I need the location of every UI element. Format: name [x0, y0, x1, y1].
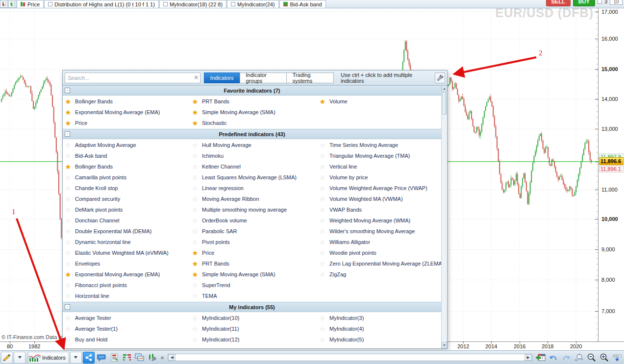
pips-checkbox[interactable]	[598, 0, 602, 4]
indicator-item[interactable]: ★Simple Moving Average (SMA)	[190, 107, 317, 118]
star-outline-icon[interactable]: ☆	[65, 218, 72, 224]
collapse-icon[interactable]: -	[65, 131, 70, 137]
indicator-item[interactable]: ☆Bid-Ask band	[63, 150, 190, 161]
indicator-item[interactable]: ☆Envelopes	[63, 258, 190, 269]
indicators-button[interactable]: Indicators	[28, 352, 69, 364]
star-outline-icon[interactable]: ☆	[320, 271, 326, 278]
indicator-item[interactable]: ☆MyIndicator(10)	[190, 313, 317, 323]
star-outline-icon[interactable]: ☆	[192, 282, 199, 289]
chart-tab-3[interactable]: MyIndicator(24)	[227, 0, 278, 8]
indicator-item[interactable]: ☆Moving Average Ribbon	[190, 194, 317, 204]
star-outline-icon[interactable]: ☆	[320, 261, 326, 267]
indicator-item[interactable]: ☆Keltner Channel	[190, 161, 317, 172]
indicator-item[interactable]: ☆Triangular Moving Average (TMA)	[317, 150, 441, 161]
indicator-item[interactable]: ☆VWAP Bands	[317, 204, 441, 215]
star-outline-icon[interactable]: ☆	[192, 174, 199, 181]
star-outline-icon[interactable]: ☆	[192, 207, 199, 213]
indicator-item[interactable]: ☆DeMark pivot points	[63, 204, 190, 215]
favorite-star-icon[interactable]: ★	[320, 98, 326, 105]
indicator-item[interactable]: ☆Parabolic SAR	[190, 226, 317, 237]
indicator-item[interactable]: ★PRT Bands	[190, 258, 317, 269]
favorite-star-icon[interactable]: ★	[192, 250, 199, 256]
star-outline-icon[interactable]: ☆	[320, 218, 326, 224]
chart-tab-0[interactable]: Price	[17, 0, 44, 8]
favorite-star-icon[interactable]: ★	[65, 164, 72, 170]
tab-checkbox[interactable]	[163, 2, 168, 6]
indicator-item[interactable]: ☆Weighted Moving Average (WMA)	[317, 215, 441, 226]
indicator-item[interactable]: ☆SuperTrend	[190, 280, 317, 291]
star-outline-icon[interactable]: ☆	[65, 293, 72, 299]
star-outline-icon[interactable]: ☆	[192, 228, 199, 235]
indicator-item[interactable]: ☆Wilder's smoothing Moving Average	[317, 226, 441, 237]
dialog-tab-trading-systems[interactable]: Trading systems	[286, 73, 334, 83]
indicator-item[interactable]: ☆Zero Lag Exponential Moving Average (ZL…	[317, 258, 441, 269]
indicator-item[interactable]: ★Volume	[317, 96, 441, 107]
pips-value-input[interactable]	[610, 0, 623, 5]
chart-h-scrollbar[interactable]: ◀ ▶	[168, 354, 532, 361]
indicator-item[interactable]: ☆Least Squares Moving Average (LSMA)	[190, 172, 317, 183]
chat-icon[interactable]	[96, 352, 107, 364]
star-outline-icon[interactable]: ☆	[192, 326, 199, 332]
star-outline-icon[interactable]: ☆	[65, 153, 72, 159]
indicator-item[interactable]: ☆Camarilla pivot points	[63, 172, 190, 183]
indicator-item[interactable]: ☆Chande Kroll stop	[63, 183, 190, 194]
collapse-icon[interactable]: -	[65, 304, 70, 310]
indicator-item[interactable]: ☆MyIndicator(12)	[190, 334, 317, 345]
indicator-item[interactable]: ☆Horizontal line	[63, 291, 190, 301]
star-outline-icon[interactable]: ☆	[320, 337, 326, 343]
indicator-item[interactable]: ☆OrderBook volume	[190, 215, 317, 226]
favorite-star-icon[interactable]: ★	[192, 271, 199, 278]
toolbar-more-icon[interactable]	[611, 352, 623, 364]
favorite-star-icon[interactable]: ★	[192, 98, 199, 105]
indicator-item[interactable]: ★Price	[63, 118, 190, 128]
favorite-star-icon[interactable]: ★	[192, 120, 199, 126]
zoom-out-icon[interactable]	[586, 352, 598, 364]
indicator-item[interactable]: ☆Volume by price	[317, 172, 441, 183]
scrollbar-left-icon[interactable]: ◀	[168, 354, 175, 361]
indicator-item[interactable]: ☆Average Tester(1)	[63, 323, 190, 334]
star-outline-icon[interactable]: ☆	[65, 337, 72, 343]
star-outline-icon[interactable]: ☆	[320, 326, 326, 332]
star-outline-icon[interactable]: ☆	[65, 196, 72, 202]
indicator-item[interactable]: ★Simple Moving Average (SMA)	[190, 269, 317, 280]
indicator-item[interactable]: ☆Vertical line	[317, 161, 441, 172]
indicator-item[interactable]: ☆Williams Alligator	[317, 237, 441, 247]
star-outline-icon[interactable]: ☆	[65, 315, 72, 321]
chart-tab-4[interactable]: Bid-Ask band	[279, 0, 326, 8]
indicator-item[interactable]: ☆Dynamic horizontal line	[63, 237, 190, 247]
favorite-star-icon[interactable]: ★	[192, 261, 199, 267]
indicator-item[interactable]: ☆Volume Weighted MA (VWMA)	[317, 194, 441, 204]
favorite-star-icon[interactable]: ★	[192, 109, 199, 116]
indicator-item[interactable]: ★Exponential Moving Average (EMA)	[63, 107, 190, 118]
star-outline-icon[interactable]: ☆	[320, 142, 326, 148]
star-outline-icon[interactable]: ☆	[192, 185, 199, 192]
star-outline-icon[interactable]: ☆	[320, 164, 326, 170]
star-outline-icon[interactable]: ☆	[320, 185, 326, 192]
indicator-item[interactable]: ☆MyIndicator(5)	[317, 334, 441, 345]
indicator-item[interactable]: ☆Ichimoku	[190, 150, 317, 161]
star-outline-icon[interactable]: ☆	[192, 142, 199, 148]
indicator-item[interactable]: ☆Time Series Moving Average	[317, 140, 441, 150]
indicator-item[interactable]: ☆Double Exponential MA (DEMA)	[63, 226, 190, 237]
indicator-item[interactable]: ☆Multiple smoothing moving average	[190, 204, 317, 215]
indicator-item[interactable]: ☆MyIndicator(11)	[190, 323, 317, 334]
indicator-item[interactable]: ★Bollinger Bands	[63, 161, 190, 172]
indicator-item[interactable]: ☆MyIndicator(3)	[317, 313, 441, 323]
dialog-scrollbar[interactable]: ▲ ▼	[441, 85, 447, 348]
star-outline-icon[interactable]: ☆	[65, 185, 72, 192]
indicator-item[interactable]: ☆Buy and Hold	[63, 334, 190, 345]
indicator-item[interactable]: ★Stochastic	[190, 118, 317, 128]
star-outline-icon[interactable]: ☆	[192, 293, 199, 299]
star-outline-icon[interactable]: ☆	[192, 315, 199, 321]
star-outline-icon[interactable]: ☆	[192, 218, 199, 224]
buy-button[interactable]: BUY	[573, 0, 595, 6]
collapse-icon[interactable]: -	[65, 88, 70, 93]
indicator-item[interactable]: ★PRT Bands	[190, 96, 317, 107]
star-outline-icon[interactable]: ☆	[65, 207, 72, 213]
collapse-chevrons-icon[interactable]: «	[159, 354, 166, 361]
indicators-dropdown-caret-icon[interactable]	[70, 352, 82, 364]
indicator-item[interactable]: ☆Woodie pivot points	[317, 247, 441, 258]
tab-checkbox[interactable]	[48, 2, 52, 6]
redo-icon[interactable]	[560, 352, 572, 364]
indicator-item[interactable]: ☆Volume Weighted Average Price (VWAP)	[317, 183, 441, 194]
